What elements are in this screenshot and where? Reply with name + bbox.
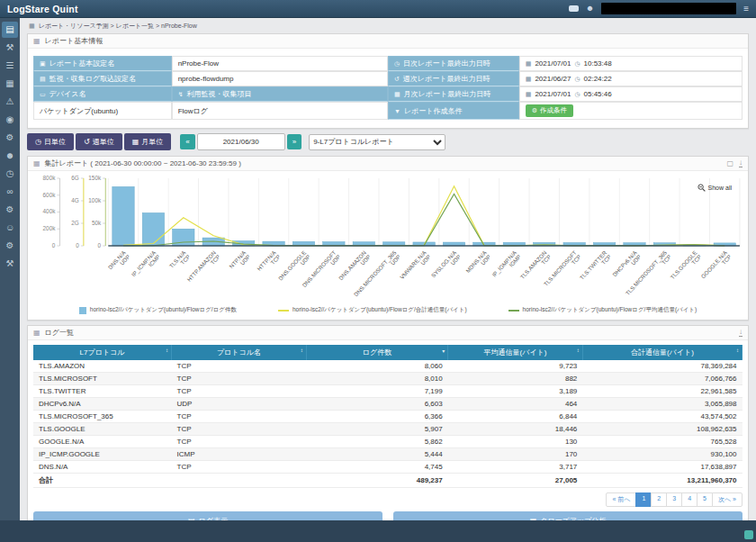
svg-text:IP_ICMP.N/AICMP: IP_ICMP.N/AICMP	[130, 248, 162, 281]
table-row[interactable]: TLS.MICROSOFTTCP8,0108827,066,766	[33, 373, 742, 385]
daily-button[interactable]: ◷日単位	[27, 133, 74, 150]
clock-icon: ◷	[394, 60, 400, 68]
refresh-icon: ↺	[84, 138, 90, 146]
page-next[interactable]: 次へ »	[712, 492, 742, 507]
bolt-icon: ↯	[178, 91, 184, 98]
sidebar: ▤⚒☰▦⚠◉⚙☻◷∞⚙☺⚙⚒	[0, 18, 20, 520]
user-icon[interactable]: ☺	[2, 220, 18, 236]
table-row[interactable]: TLS.TWITTERTCP7,1993,18922,961,585	[33, 385, 742, 398]
pagination: « 前へ12345次へ »	[33, 492, 742, 507]
svg-text:2G: 2G	[71, 220, 79, 226]
help-widget[interactable]	[744, 530, 753, 539]
log-import-setting-label: ▤監視・収集ログ取込設定名	[33, 71, 172, 86]
download-icon[interactable]: ↓	[739, 159, 742, 167]
report-icon[interactable]: ▤	[2, 22, 18, 38]
svg-text:VMWARE.N/AUDP: VMWARE.N/AUDP	[399, 248, 433, 284]
table-row[interactable]: TLS.AMAZONTCP8,0609,72378,369,284	[33, 360, 742, 373]
svg-text:6G: 6G	[71, 175, 79, 181]
tools-icon[interactable]: ⚒	[2, 40, 18, 56]
svg-text:TLS.TWITTERTCP: TLS.TWITTERTCP	[579, 249, 613, 285]
log-table-head: L7プロトコル↕プロトコル名↕ログ件数▾平均通信量(バイト)↕合計通信量(バイト…	[33, 345, 742, 360]
chat-icon[interactable]	[569, 5, 579, 12]
refresh-icon: ↺	[394, 76, 400, 83]
table-row[interactable]: DNS.N/ATCP4,7453,71717,638,897	[33, 461, 742, 474]
log-list-panel: ▦ ログ一覧 ↓ L7プロトコル↕プロトコル名↕ログ件数▾平均通信量(バイト)↕…	[27, 325, 749, 539]
svg-text:MDNS.N/AUDP: MDNS.N/AUDP	[464, 248, 492, 277]
breadcrumb[interactable]: ▦ レポート・リソース予測 > レポート一覧 > nProbe-Flow	[27, 18, 749, 33]
aggregate-chart[interactable]: 800k600k400k200k06G4G2G0150k100k50k0DNS.…	[32, 173, 744, 303]
column-header[interactable]: 合計通信量(バイト)↕	[582, 345, 742, 360]
collect-item-value: Flowログ	[172, 102, 388, 120]
list-icon[interactable]: ☰	[2, 58, 18, 74]
report-type-select[interactable]: 9-L7プロトコルレポート	[309, 134, 446, 150]
summary-report-panel: ▦ 集計レポート ( 2021-06-30 00:00:00 ~ 2021-06…	[27, 156, 749, 321]
page-5[interactable]: 5	[697, 492, 713, 507]
user-name-redacted[interactable]	[601, 3, 736, 14]
link-icon[interactable]: ∞	[2, 184, 18, 200]
monthly-output-label: ▦月次レポート最終出力日時	[388, 86, 519, 102]
weekly-output-label: ↺週次レポート最終出力日時	[388, 71, 519, 86]
svg-text:800k: 800k	[43, 175, 57, 181]
column-header[interactable]: プロトコル名↕	[172, 345, 307, 360]
svg-text:IP_IGMP.N/AIGMP: IP_IGMP.N/AIGMP	[490, 248, 522, 282]
legend-label: horino-lsc2//パケットダンプ(ubuntu)/Flowログ/合計通信…	[292, 306, 467, 314]
svg-text:HTTP.AMAZONTCP: HTTP.AMAZONTCP	[185, 249, 221, 286]
prev-date-button[interactable]: «	[180, 134, 194, 149]
monthly-button[interactable]: ▦月単位	[124, 133, 172, 150]
column-header[interactable]: L7プロトコル↕	[33, 345, 172, 360]
svg-text:TLS.GOOGLETCP: TLS.GOOGLETCP	[669, 249, 702, 285]
table-row[interactable]: TLS.MICROSOFT_365TCP6,3666,84443,574,502	[33, 411, 742, 423]
account-icon[interactable]: ☻	[2, 148, 18, 164]
panel-icon: ▦	[33, 37, 40, 45]
schedule-icon[interactable]: ◷	[2, 166, 18, 182]
footer-bar	[0, 520, 756, 542]
table-row[interactable]: DHCPv6.N/AUDP6,6034643,065,898	[33, 398, 742, 411]
page-3[interactable]: 3	[666, 492, 682, 507]
main-content: ▦ レポート・リソース予測 > レポート一覧 > nProbe-Flow ▦ レ…	[20, 18, 756, 539]
column-header[interactable]: 平均通信量(バイト)↕	[448, 345, 583, 360]
download-icon[interactable]: ↓	[739, 329, 742, 337]
page-4[interactable]: 4	[681, 492, 698, 507]
date-input[interactable]	[197, 133, 285, 150]
time-icon: ◷	[574, 91, 580, 98]
maintenance-icon[interactable]: ⚙	[2, 130, 18, 146]
period-toolbar: ◷日単位 ↺週単位 ▦月単位 « » 9-L7プロトコルレポート	[27, 133, 749, 150]
weekly-button[interactable]: ↺週単位	[76, 133, 122, 150]
report-setting-name-label: ▣レポート基本設定名	[33, 56, 172, 71]
legend-swatch	[508, 310, 519, 312]
panel-icon: ▦	[33, 329, 40, 337]
monitor-icon: ▭	[40, 91, 46, 98]
svg-text:600k: 600k	[43, 192, 57, 198]
legend-item[interactable]: horino-lsc2//パケットダンプ(ubuntu)/Flowログ/平均通信…	[508, 306, 698, 314]
log-table-body: TLS.AMAZONTCP8,0609,72378,369,284TLS.MIC…	[33, 360, 742, 488]
wrench-icon[interactable]: ⚒	[2, 256, 18, 272]
table-row[interactable]: GOOGLE.N/ATCP5,862130765,528	[33, 436, 742, 448]
page-2[interactable]: 2	[651, 492, 667, 507]
chart-area: Show all 800k600k400k200k06G4G2G0150k100…	[28, 171, 748, 306]
weekly-output-value: ▦2021/06/27◷02:24:22	[519, 71, 742, 86]
legend-item[interactable]: horino-lsc2//パケットダンプ(ubuntu)/Flowログ/合計通信…	[278, 306, 467, 314]
monitor-icon[interactable]: ◉	[2, 112, 18, 128]
device-icon[interactable]: ▦	[2, 76, 18, 92]
page-1[interactable]: 1	[635, 492, 652, 507]
show-all-button[interactable]: Show all	[698, 184, 732, 192]
legend-item[interactable]: horino-lsc2//パケットダンプ(ubuntu)/Flowログ/ログ件数	[79, 306, 237, 314]
basic-info-grid: ▣レポート基本設定名 nProbe-Flow ◷日次レポート最終出力日時 ▦20…	[33, 56, 742, 120]
services-icon[interactable]: ⚙	[2, 238, 18, 254]
menu-icon[interactable]: ≡	[743, 5, 749, 14]
sort-icon: ↕	[577, 348, 580, 353]
user-icon: ☻	[586, 5, 594, 13]
page-prev[interactable]: « 前へ	[606, 492, 636, 507]
next-date-button[interactable]: »	[287, 134, 302, 149]
alert-icon[interactable]: ⚠	[2, 94, 18, 110]
export-image-icon[interactable]: ▢	[726, 159, 734, 167]
table-row[interactable]: TLS.GOOGLETCP5,90718,446108,962,635	[33, 423, 742, 436]
settings-icon[interactable]: ⚙	[2, 202, 18, 218]
table-row[interactable]: IP_ICMP.GOOGLEICMP5,444170930,100	[33, 448, 742, 461]
top-bar: LogStare Quint ☻ ≡	[0, 0, 756, 18]
column-header[interactable]: ログ件数▾	[306, 345, 448, 360]
report-condition-label: ▼レポート作成条件	[388, 102, 519, 120]
legend-swatch	[278, 310, 289, 312]
create-condition-button[interactable]: ⚙作成条件	[526, 104, 573, 117]
svg-text:NTP.N/AUDP: NTP.N/AUDP	[228, 248, 252, 273]
